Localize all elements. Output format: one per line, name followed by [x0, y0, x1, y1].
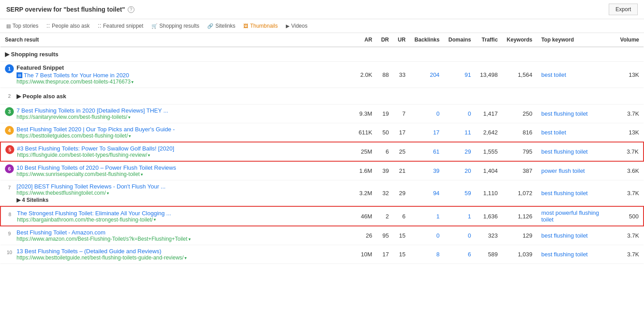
- ar-cell: 1.6M: [354, 161, 376, 180]
- traffic-cell: 1,555: [476, 142, 502, 161]
- filter-top-stories-label: Top stories: [13, 23, 38, 29]
- col-traffic[interactable]: Traffic: [476, 33, 502, 47]
- ur-cell: 7: [393, 104, 410, 123]
- keywords-cell: 250: [502, 104, 537, 123]
- table-row: 2 ▶ People also ask: [0, 88, 644, 104]
- url-arrow: ▾: [148, 153, 150, 158]
- keywords-cell: 1,564: [502, 62, 537, 88]
- ur-cell: 21: [393, 161, 410, 180]
- help-icon[interactable]: ?: [128, 6, 134, 13]
- result-url[interactable]: https://www.amazon.com/Best-Flushing-Toi…: [17, 236, 188, 242]
- result-url[interactable]: https://www.thebestflushingtoilet.com/: [17, 190, 106, 196]
- domains-cell: 59: [444, 180, 476, 207]
- backlinks-cell: 8: [410, 245, 444, 264]
- result-title[interactable]: 10 Best Flushing Toilets of 2020 – Power…: [17, 164, 176, 171]
- filter-top-stories[interactable]: ▤ Top stories: [6, 23, 38, 29]
- ar-cell: 3.2M: [354, 180, 376, 207]
- result-url[interactable]: https://flushguide.com/best-toilet-types…: [17, 152, 147, 158]
- highlighted-row: 5 #3 Best Flushing Toilets: Power To Swa…: [0, 142, 644, 161]
- col-top-keyword[interactable]: Top keyword: [537, 33, 616, 47]
- page-title: SERP overview for "best flushing toilet": [6, 6, 125, 13]
- result-title[interactable]: Best Flushing Toilet 2020 | Our Top Pick…: [17, 126, 175, 133]
- highlighted-row: 8 The Strongest Flushing Toilet: Elimina…: [0, 206, 644, 226]
- filter-shopping-results[interactable]: 🛒 Shopping results: [151, 23, 199, 29]
- featured-page-icon: ▤: [17, 72, 22, 78]
- backlinks-cell: 94: [410, 180, 444, 207]
- top-keyword-cell[interactable]: power flush toilet: [537, 161, 616, 180]
- row-number: 7: [5, 183, 14, 192]
- top-keyword-cell[interactable]: best flushing toilet: [537, 142, 616, 161]
- filter-people-also-ask-label: People also ask: [52, 23, 90, 29]
- filter-featured-snippet[interactable]: ⁚⁚ Featured snippet: [98, 23, 143, 29]
- col-dr[interactable]: DR: [376, 33, 393, 47]
- result-title[interactable]: #3 Best Flushing Toilets: Power To Swall…: [17, 145, 174, 152]
- volume-cell: 500: [616, 206, 644, 226]
- result-url[interactable]: https://www.sunrisespecialty.com/best-fl…: [17, 171, 140, 177]
- sitelinks-icon: 🔗: [207, 23, 213, 29]
- result-url[interactable]: https://bargainbathroom.com/the-stronges…: [17, 217, 153, 223]
- row-number: 2: [5, 92, 14, 100]
- top-keyword-cell[interactable]: best flushing toilet: [537, 180, 616, 207]
- result-url[interactable]: https://sanitaryreview.com/best-flushing…: [17, 114, 127, 120]
- col-backlinks[interactable]: Backlinks: [410, 33, 444, 47]
- dr-cell: 39: [376, 161, 393, 180]
- result-cell: 5 #3 Best Flushing Toilets: Power To Swa…: [0, 142, 354, 161]
- result-cell: 4 Best Flushing Toilet 2020 | Our Top Pi…: [0, 123, 354, 142]
- top-keyword-cell[interactable]: best toilet: [537, 123, 616, 142]
- filter-people-also-ask[interactable]: ⁚⁚ People also ask: [46, 23, 90, 29]
- traffic-cell: 1,404: [476, 161, 502, 180]
- result-title[interactable]: The Strongest Flushing Toilet: Eliminate…: [17, 210, 171, 217]
- row-number: 10: [5, 248, 14, 257]
- backlinks-cell: 0: [410, 104, 444, 123]
- result-title[interactable]: The 7 Best Toilets for Your Home in 2020: [24, 72, 129, 79]
- section-label: ▶ Shopping results: [5, 51, 59, 58]
- result-title[interactable]: 7 Best Flushing Toilets in 2020 [Detaile…: [17, 107, 168, 114]
- traffic-cell: 2,642: [476, 123, 502, 142]
- filter-featured-snippet-label: Featured snippet: [103, 23, 143, 29]
- col-domains[interactable]: Domains: [444, 33, 476, 47]
- url-arrow: ▾: [128, 115, 130, 120]
- result-url[interactable]: https://www.thespruce.com/best-toilets-4…: [17, 79, 130, 85]
- result-cell: 3 7 Best Flushing Toilets in 2020 [Detai…: [0, 104, 354, 123]
- ur-cell: 29: [393, 180, 410, 207]
- top-keyword-cell[interactable]: most powerful flushing toilet: [537, 206, 616, 226]
- result-url[interactable]: https://besttoiletguides.com/best-flushi…: [17, 133, 128, 139]
- top-keyword-cell[interactable]: best toilet: [537, 62, 616, 88]
- result-url[interactable]: https://www.besttoiletguide.net/best-flu…: [17, 255, 184, 261]
- result-title[interactable]: [2020] BEST Flushing Toilet Reviews - Do…: [17, 183, 166, 190]
- filter-thumbnails-label: Thumbnails: [250, 23, 278, 29]
- filter-videos-label: Videos: [291, 23, 307, 29]
- domains-cell: 20: [444, 161, 476, 180]
- traffic-cell: 1,636: [476, 206, 502, 226]
- col-ar[interactable]: AR: [354, 33, 376, 47]
- domains-cell: 29: [444, 142, 476, 161]
- filter-videos[interactable]: ▶ Videos: [286, 23, 307, 29]
- header-bar: SERP overview for "best flushing toilet"…: [0, 0, 644, 19]
- col-keywords[interactable]: Keywords: [502, 33, 537, 47]
- ar-cell: 9.3M: [354, 104, 376, 123]
- export-button[interactable]: Export: [609, 4, 638, 15]
- backlinks-cell: 17: [410, 123, 444, 142]
- filter-sitelinks[interactable]: 🔗 Sitelinks: [207, 23, 235, 29]
- top-keyword-cell[interactable]: best flushing toilet: [537, 104, 616, 123]
- filter-thumbnails[interactable]: 🖼 Thumbnails: [243, 23, 278, 29]
- volume-cell: 3.7K: [616, 245, 644, 264]
- result-title[interactable]: Best Flushing Toilet - Amazon.com: [17, 229, 191, 236]
- featured-snippet-icon: ⁚⁚: [98, 23, 101, 29]
- result-cell: 6 10 Best Flushing Toilets of 2020 – Pow…: [0, 161, 354, 180]
- shopping-icon: 🛒: [151, 23, 158, 29]
- domains-cell: 0: [444, 226, 476, 245]
- keywords-cell: 1,039: [502, 245, 537, 264]
- top-keyword-cell[interactable]: best flushing toilet: [537, 226, 616, 245]
- table-row: 10 13 Best Flushing Toilets – (Detailed …: [0, 245, 644, 264]
- table-container: Search result AR DR UR Backlinks Domains…: [0, 33, 644, 264]
- ur-cell: 15: [393, 245, 410, 264]
- top-keyword-cell[interactable]: best flushing toilet: [537, 245, 616, 264]
- col-ur[interactable]: UR: [393, 33, 410, 47]
- ur-cell: 25: [393, 142, 410, 161]
- result-title[interactable]: 13 Best Flushing Toilets – (Detailed Gui…: [17, 248, 187, 255]
- keywords-cell: 1,072: [502, 180, 537, 207]
- traffic-cell: 13,498: [476, 62, 502, 88]
- col-volume[interactable]: Volume: [616, 33, 644, 47]
- backlinks-cell: 204: [410, 62, 444, 88]
